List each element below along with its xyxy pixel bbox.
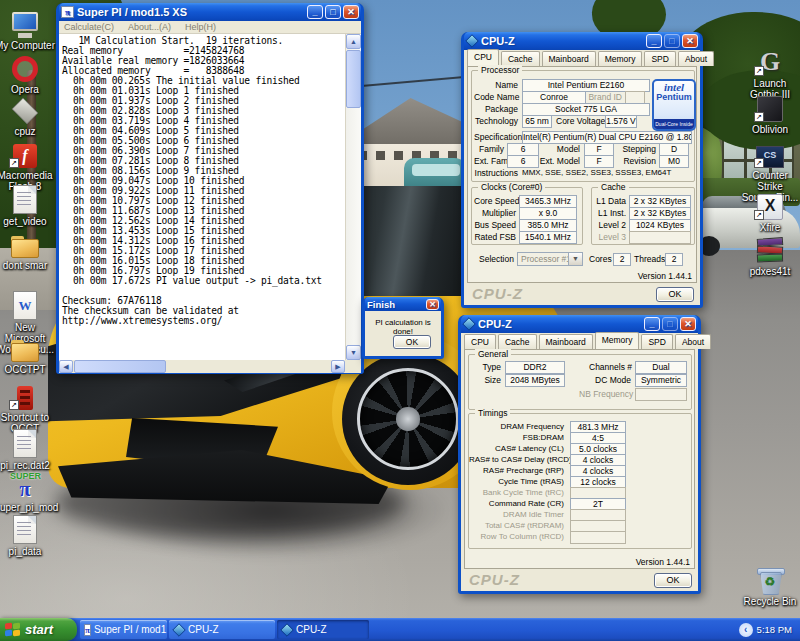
close-button[interactable]: ✕ — [680, 317, 696, 331]
dropdown-arrow-icon[interactable]: ▼ — [568, 253, 582, 265]
ok-button[interactable]: OK — [656, 287, 694, 302]
tab-memory[interactable]: Memory — [595, 332, 640, 349]
scroll-left-button[interactable]: ◀ — [59, 360, 73, 373]
desktop-icon-occtpt[interactable]: OCCTPT — [0, 330, 55, 375]
channels-field: Dual — [635, 361, 687, 374]
maximize-button[interactable]: □ — [664, 34, 680, 48]
minimize-button[interactable]: _ — [644, 317, 660, 331]
start-button[interactable]: start — [0, 618, 77, 641]
windows-flag-icon — [5, 623, 21, 637]
cpuz-watermark: CPU-Z — [469, 571, 520, 588]
superpi-app-icon: π — [61, 6, 74, 18]
maximize-button[interactable]: □ — [325, 5, 341, 19]
vertical-scrollbar[interactable]: ▲ ▼ — [345, 34, 361, 360]
cpuz-app-icon — [462, 317, 476, 331]
cpuz2-page: General Type DDR2 Channels # Dual Size 2… — [464, 349, 695, 569]
cpuz-app-icon — [172, 623, 186, 637]
tab-spd[interactable]: SPD — [641, 334, 672, 349]
taskbar-item-superpi[interactable]: π Super PI / mod1.5 XS — [80, 620, 167, 639]
tab-mainboard[interactable]: Mainboard — [539, 334, 593, 349]
scroll-up-button[interactable]: ▲ — [346, 34, 361, 49]
tab-cpu[interactable]: CPU — [464, 334, 496, 349]
processor-select[interactable]: Processor #1▼ — [517, 252, 583, 266]
cpuz1-page: Processor Name Intel Pentium E2160 Code … — [467, 66, 697, 283]
row-to-column-field — [570, 531, 626, 544]
close-button[interactable]: ✕ — [343, 5, 359, 19]
super-pi-icon: SUPERπ — [10, 472, 40, 500]
horizontal-scrollbar[interactable]: ◀ ▶ — [59, 360, 361, 373]
superpi-window: π Super PI / mod1.5 XS _ □ ✕ Calculate(C… — [56, 3, 364, 374]
desktop-icon-recycle-bin[interactable]: ♻ Recycle Bin — [740, 562, 800, 607]
nb-frequency-field — [635, 388, 687, 401]
taskbar-item-cpuz-2[interactable]: CPU-Z — [277, 620, 369, 639]
word-icon: W — [13, 291, 37, 320]
minimize-button[interactable]: _ — [646, 34, 662, 48]
desktop-icon-opera[interactable]: Opera — [0, 50, 55, 95]
icon-label: pdxes41t — [740, 266, 800, 277]
desktop-icon-folder1[interactable]: dont smar — [0, 226, 55, 271]
threads-field: 2 — [665, 253, 683, 266]
cpuz2-title: CPU-Z — [478, 318, 512, 330]
taskbar: start π Super PI / mod1.5 XS CPU-Z CPU-Z… — [0, 618, 800, 641]
ok-button[interactable]: OK — [654, 573, 692, 588]
start-label: start — [25, 622, 53, 637]
tray-collapse-icon[interactable]: ‹ — [739, 623, 753, 637]
menu-calculate[interactable]: Calculate(C) — [64, 22, 114, 33]
memory-size-field: 2048 MBytes — [505, 374, 565, 387]
desktop-icon-get-video[interactable]: get_video — [0, 182, 55, 227]
shortcut-arrow-icon: ↗ — [9, 400, 19, 410]
finish-titlebar[interactable]: Finish ✕ — [365, 297, 441, 311]
desktop-icon-xfire[interactable]: X↗ Xfire — [740, 188, 800, 233]
cpuz2-titlebar[interactable]: CPU-Z _ □ ✕ — [461, 315, 698, 333]
desktop-icon-my-computer[interactable]: My Computer — [0, 6, 55, 51]
tab-cache[interactable]: Cache — [501, 51, 540, 66]
file-icon — [13, 515, 37, 544]
superpi-console: 1M Calculation Start. 19 iterations. Rea… — [59, 34, 361, 360]
memory-type-field: DDR2 — [505, 361, 565, 374]
menu-about[interactable]: About...(A) — [128, 22, 171, 33]
maximize-button[interactable]: □ — [662, 317, 678, 331]
scroll-thumb-h[interactable] — [74, 360, 166, 373]
superpi-titlebar[interactable]: π Super PI / mod1.5 XS _ □ ✕ — [59, 3, 361, 21]
system-tray: ‹ 5:18 PM — [733, 618, 800, 641]
scroll-down-button[interactable]: ▼ — [346, 345, 361, 360]
icon-label: OCCTPT — [0, 364, 55, 375]
tab-cache[interactable]: Cache — [498, 334, 537, 349]
tab-memory[interactable]: Memory — [598, 51, 643, 66]
cpuz1-titlebar[interactable]: CPU-Z _ □ ✕ — [464, 32, 700, 50]
my-computer-icon — [10, 12, 40, 38]
desktop-icon-pdxes[interactable]: pdxes41t — [740, 232, 800, 277]
ok-button[interactable]: OK — [393, 335, 431, 349]
voltage-field: 1.576 V — [605, 115, 637, 128]
tab-mainboard[interactable]: Mainboard — [542, 51, 596, 66]
clocks-group: Clocks (Core#0) Core Speed 3465.3 MHz Mu… — [471, 187, 583, 245]
shortcut-arrow-icon: ↗ — [754, 112, 764, 122]
tab-cpu[interactable]: CPU — [467, 49, 499, 66]
scroll-right-button[interactable]: ▶ — [331, 360, 345, 373]
folder-icon — [11, 340, 39, 362]
close-button[interactable]: ✕ — [426, 299, 439, 310]
desktop-icon-oblivion[interactable]: ↗ Oblivion — [740, 90, 800, 135]
tab-spd[interactable]: SPD — [644, 51, 675, 66]
close-button[interactable]: ✕ — [682, 34, 698, 48]
general-group: General Type DDR2 Channels # Dual Size 2… — [468, 354, 692, 410]
level3-field — [629, 231, 691, 244]
car-hub — [396, 407, 419, 430]
desktop-icon-cpuz[interactable]: cpuz — [0, 92, 55, 137]
technology-field: 65 nm — [522, 115, 552, 128]
tab-about[interactable]: About — [678, 51, 714, 66]
tab-about[interactable]: About — [675, 334, 711, 349]
desktop-icon-pi-data[interactable]: pi_data — [0, 512, 55, 557]
occt-icon — [17, 386, 33, 410]
scroll-thumb[interactable] — [346, 50, 361, 108]
superpi-menubar: Calculate(C) About...(A) Help(H) — [59, 21, 361, 34]
file-icon — [13, 185, 37, 214]
minimize-button[interactable]: _ — [307, 5, 323, 19]
processor-group: Processor Name Intel Pentium E2160 Code … — [471, 70, 695, 182]
desktop-icon-pi-rec[interactable]: pi_rec.dat2 — [0, 426, 55, 471]
intel-badge: intel Pentium Dual-Core Inside — [652, 79, 696, 131]
cpuz-icon — [11, 97, 38, 124]
taskbar-item-cpuz-1[interactable]: CPU-Z — [169, 620, 275, 639]
menu-help[interactable]: Help(H) — [185, 22, 216, 33]
desktop-icon-super-pi[interactable]: SUPERπ super_pi_mod — [0, 468, 55, 513]
